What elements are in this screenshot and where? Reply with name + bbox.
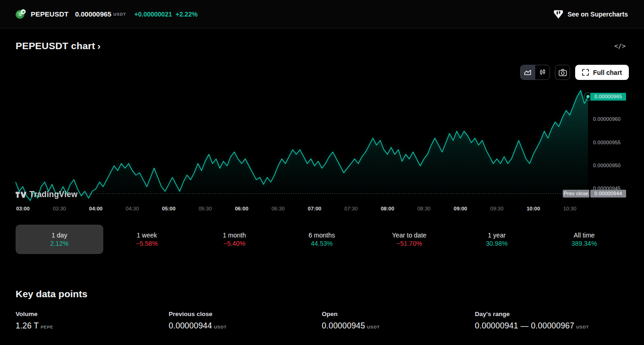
supercharts-label: See on Supercharts: [568, 11, 628, 18]
chart-title-link[interactable]: PEPEUSDT chart ›: [16, 40, 101, 51]
prev-close-value-label: 0.00000944: [590, 190, 626, 198]
last-price: 0.00000965: [75, 10, 111, 18]
time-tick-label: 03:00: [9, 206, 37, 211]
time-axis: 03:0003:3004:0004:3005:0005:3006:0006:30…: [16, 206, 588, 213]
page-title: PEPEUSDT chart: [16, 40, 95, 51]
current-price-label: 0.00000965: [590, 93, 626, 101]
range-button-all-time[interactable]: All time 389.34%: [540, 225, 628, 254]
time-tick-label: 03:30: [45, 206, 73, 211]
key-data-heading: Key data points: [16, 288, 87, 300]
time-tick-label: 05:00: [155, 206, 183, 211]
full-chart-label: Full chart: [593, 69, 622, 76]
price-chart[interactable]: [16, 87, 588, 201]
time-tick-label: 10:30: [556, 206, 583, 211]
range-button-1-year[interactable]: 1 year 30.98%: [453, 225, 541, 254]
pepe-logo-icon: [16, 9, 26, 19]
time-tick-label: 07:00: [301, 206, 328, 211]
see-on-supercharts-link[interactable]: See on Supercharts: [553, 9, 628, 19]
chevron-right-icon: ›: [97, 41, 101, 51]
symbol-name: PEPEUSDT: [31, 10, 68, 18]
prev-close-tag: Prev close: [563, 190, 589, 198]
range-button-1-week[interactable]: 1 week −5.58%: [103, 225, 191, 254]
time-tick-label: 09:30: [483, 206, 510, 211]
key-data-grid: Volume 1.26 TPEPE Previous close 0.00000…: [16, 311, 628, 331]
header-bar: PEPEUSDT 0.00000965 USDT +0.00000021 +2.…: [0, 0, 644, 28]
time-tick-label: 06:00: [228, 206, 255, 211]
range-button-year-to-date[interactable]: Year to date −51.70%: [365, 225, 453, 254]
snapshot-button[interactable]: [555, 65, 570, 80]
key-data-open: Open 0.00000945USDT: [322, 311, 475, 331]
price-tick-label: 0.00000960: [593, 116, 621, 122]
tradingview-glyph-icon: [16, 190, 27, 199]
price-currency: USDT: [113, 11, 126, 17]
price-change: +0.00000021 +2.22%: [134, 11, 198, 18]
tradingview-watermark: TradingView: [16, 190, 78, 199]
key-data-previous-close: Previous close 0.00000944USDT: [169, 311, 322, 331]
time-tick-label: 05:30: [191, 206, 219, 211]
full-chart-button[interactable]: Full chart: [575, 65, 629, 80]
chart-type-switcher: [520, 65, 550, 80]
embed-code-icon[interactable]: </>: [614, 42, 626, 50]
time-tick-label: 08:00: [374, 206, 401, 211]
range-button-6-months[interactable]: 6 months 44.53%: [278, 225, 366, 254]
time-tick-label: 06:30: [264, 206, 292, 211]
key-data-days-range: Day's range 0.00000941 — 0.00000967USDT: [475, 311, 628, 331]
range-button-1-month[interactable]: 1 month −5.40%: [190, 225, 278, 254]
time-tick-label: 07:30: [337, 206, 365, 211]
range-button-1-day[interactable]: 1 day 2.12%: [16, 225, 103, 254]
last-price-marker: [587, 95, 590, 98]
candlestick-icon: [539, 68, 546, 76]
time-tick-label: 10:00: [520, 206, 547, 211]
time-tick-label: 04:00: [82, 206, 110, 211]
price-tick-label: 0.00000950: [593, 163, 621, 168]
fullscreen-icon: [582, 69, 589, 76]
tradingview-logo-icon: [553, 9, 564, 19]
key-data-volume: Volume 1.26 TPEPE: [16, 311, 169, 331]
time-tick-label: 04:30: [118, 206, 146, 211]
candles-chart-type-button[interactable]: [535, 65, 549, 79]
price-tick-label: 0.00000955: [593, 140, 621, 145]
time-tick-label: 08:30: [410, 206, 438, 211]
time-tick-label: 09:00: [447, 206, 474, 211]
watermark-text: TradingView: [29, 190, 78, 199]
camera-icon: [559, 69, 567, 76]
area-chart-icon: [524, 69, 532, 76]
area-chart-type-button[interactable]: [521, 65, 535, 79]
range-selector: 1 day 2.12% 1 week −5.58% 1 month −5.40%…: [16, 225, 628, 254]
price-chart-canvas: [16, 87, 588, 201]
price-axis: 0.000009600.000009550.000009500.00000945: [593, 87, 644, 201]
